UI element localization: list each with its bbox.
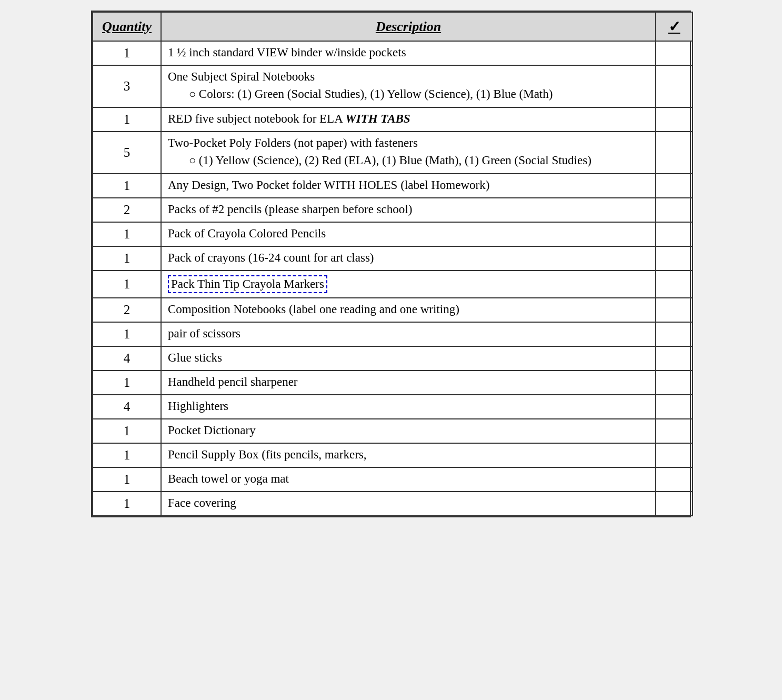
check-cell (656, 132, 693, 174)
description-cell: Glue sticks (161, 346, 656, 371)
table-row: 1Pencil Supply Box (fits pencils, marker… (93, 443, 693, 467)
description-cell: Pack of Crayola Colored Pencils (161, 222, 656, 246)
description-cell: Packs of #2 pencils (please sharpen befo… (161, 198, 656, 222)
check-cell (656, 467, 693, 492)
quantity-cell: 1 (93, 467, 161, 492)
description-cell: Any Design, Two Pocket folder WITH HOLES… (161, 174, 656, 198)
description-cell: Two-Pocket Poly Folders (not paper) with… (161, 132, 656, 174)
description-cell: RED five subject notebook for ELA WITH T… (161, 107, 656, 132)
quantity-cell: 2 (93, 198, 161, 222)
description-cell: Face covering (161, 492, 656, 516)
sub-list-item: Colors: (1) Green (Social Studies), (1) … (189, 86, 649, 103)
description-cell: 1 ½ inch standard VIEW binder w/inside p… (161, 41, 656, 65)
table-row: 1Handheld pencil sharpener (93, 371, 693, 395)
quantity-cell: 1 (93, 246, 161, 271)
table-row: 4Highlighters (93, 395, 693, 419)
table-row: 1Pack Thin Tip Crayola Markers (93, 271, 693, 298)
description-cell: Beach towel or yoga mat (161, 467, 656, 492)
table-row: 2Packs of #2 pencils (please sharpen bef… (93, 198, 693, 222)
description-header: Description (161, 12, 656, 41)
table-row: 1pair of scissors (93, 322, 693, 346)
sub-list-item: (1) Yellow (Science), (2) Red (ELA), (1)… (189, 152, 649, 169)
description-cell: Highlighters (161, 395, 656, 419)
check-cell (656, 492, 693, 516)
description-cell: Pencil Supply Box (fits pencils, markers… (161, 443, 656, 467)
check-cell (656, 222, 693, 246)
description-cell: Pocket Dictionary (161, 419, 656, 443)
description-main: One Subject Spiral Notebooks (168, 70, 649, 84)
description-cell: One Subject Spiral NotebooksColors: (1) … (161, 65, 656, 107)
check-cell (656, 41, 693, 65)
table-row: 1Pack of crayons (16-24 count for art cl… (93, 246, 693, 271)
table-row: 3One Subject Spiral NotebooksColors: (1)… (93, 65, 693, 107)
quantity-header: Quantity (93, 12, 161, 41)
table-row: 11 ½ inch standard VIEW binder w/inside … (93, 41, 693, 65)
supply-list-table: Quantity Description ✓ 11 ½ inch standar… (91, 11, 691, 517)
description-cell: Pack of crayons (16-24 count for art cla… (161, 246, 656, 271)
check-cell (656, 107, 693, 132)
table-row: 1Face covering (93, 492, 693, 516)
table-row: 1Pack of Crayola Colored Pencils (93, 222, 693, 246)
table-row: 4Glue sticks (93, 346, 693, 371)
check-header: ✓ (656, 12, 693, 41)
quantity-cell: 5 (93, 132, 161, 174)
sub-list: Colors: (1) Green (Social Studies), (1) … (189, 86, 649, 103)
description-cell: Composition Notebooks (label one reading… (161, 298, 656, 322)
quantity-cell: 1 (93, 443, 161, 467)
check-cell (656, 65, 693, 107)
quantity-cell: 1 (93, 41, 161, 65)
quantity-cell: 1 (93, 492, 161, 516)
quantity-cell: 1 (93, 107, 161, 132)
selected-text: Pack Thin Tip Crayola Markers (168, 275, 327, 293)
quantity-cell: 4 (93, 395, 161, 419)
check-cell (656, 174, 693, 198)
table-row: 1Pocket Dictionary (93, 419, 693, 443)
description-cell: pair of scissors (161, 322, 656, 346)
check-cell (656, 371, 693, 395)
description-bold: WITH TABS (345, 112, 410, 125)
quantity-cell: 1 (93, 419, 161, 443)
table-row: 5Two-Pocket Poly Folders (not paper) wit… (93, 132, 693, 174)
check-cell (656, 198, 693, 222)
description-text: RED five subject notebook for ELA (168, 112, 345, 125)
table-row: 1Beach towel or yoga mat (93, 467, 693, 492)
quantity-cell: 1 (93, 371, 161, 395)
quantity-cell: 4 (93, 346, 161, 371)
check-cell (656, 419, 693, 443)
quantity-cell: 2 (93, 298, 161, 322)
sub-list: (1) Yellow (Science), (2) Red (ELA), (1)… (189, 152, 649, 169)
table-row: 2Composition Notebooks (label one readin… (93, 298, 693, 322)
table-row: 1RED five subject notebook for ELA WITH … (93, 107, 693, 132)
check-cell (656, 298, 693, 322)
check-cell (656, 246, 693, 271)
quantity-cell: 1 (93, 222, 161, 246)
quantity-cell: 1 (93, 322, 161, 346)
check-cell (656, 443, 693, 467)
description-main: Two-Pocket Poly Folders (not paper) with… (168, 136, 649, 150)
quantity-cell: 3 (93, 65, 161, 107)
description-cell: Handheld pencil sharpener (161, 371, 656, 395)
table-row: 1Any Design, Two Pocket folder WITH HOLE… (93, 174, 693, 198)
check-cell (656, 322, 693, 346)
quantity-cell: 1 (93, 174, 161, 198)
description-cell: Pack Thin Tip Crayola Markers (161, 271, 656, 298)
check-cell (656, 271, 693, 298)
quantity-cell: 1 (93, 271, 161, 298)
check-cell (656, 346, 693, 371)
check-cell (656, 395, 693, 419)
